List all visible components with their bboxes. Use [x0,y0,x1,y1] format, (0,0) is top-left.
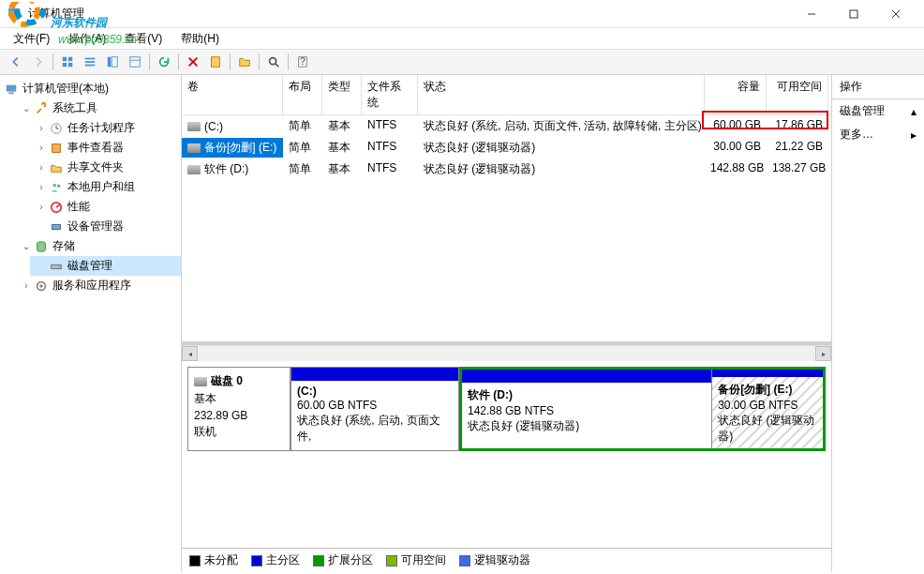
col-capacity[interactable]: 容量 [705,75,767,114]
horizontal-scrollbar[interactable]: ◂ ▸ [182,345,831,361]
partition-e[interactable]: 备份[勿删] (E:) 30.00 GB NTFS 状态良好 (逻辑驱动器) [712,370,823,448]
col-type[interactable]: 类型 [322,75,362,114]
expand-toggle[interactable]: › [34,160,49,175]
volume-capacity: 30.00 GB [705,138,767,158]
maximize-button[interactable] [832,0,874,27]
disk-row[interactable]: 磁盘 0 基本 232.89 GB 联机 (C:) 60.00 GB NTFS … [187,367,826,451]
scroll-track[interactable] [198,346,815,361]
legend-logical: 逻辑驱动器 [459,552,530,568]
scroll-right-button[interactable]: ▸ [815,346,831,361]
menu-action[interactable]: 操作(A) [63,29,112,49]
svg-rect-8 [63,57,67,61]
back-button[interactable] [6,52,26,72]
tool-refresh[interactable] [154,52,174,72]
volume-free: 21.22 GB [767,138,828,158]
collapse-toggle[interactable]: ⌄ [19,101,34,116]
actions-diskmgmt[interactable]: 磁盘管理▴ [832,99,924,123]
volume-fs: NTFS [362,159,418,179]
tool-delete[interactable] [183,52,203,72]
svg-rect-21 [212,57,220,68]
tree-root[interactable]: 计算机管理(本地) [0,79,181,98]
nav-tree[interactable]: 计算机管理(本地) ⌄ 系统工具 ›任务计划程序 ›事件查看器 ›共享文件夹 ›… [0,75,182,572]
tool-view4[interactable] [125,52,145,72]
volume-list-header: 卷 布局 类型 文件系统 状态 容量 可用空间 [182,75,831,115]
actions-more[interactable]: 更多…▸ [832,123,924,146]
col-status[interactable]: 状态 [418,75,705,114]
volume-row[interactable]: 软件 (D:)简单基本NTFS状态良好 (逻辑驱动器)142.88 GB138.… [182,159,831,180]
tree-local-users[interactable]: ›本地用户和组 [30,177,181,197]
tree-services[interactable]: ›服务和应用程序 [15,276,181,295]
menu-file[interactable]: 文件(F) [7,29,55,49]
volume-list[interactable]: 卷 布局 类型 文件系统 状态 容量 可用空间 (C:)简单基本NTFS状态良好… [182,75,831,345]
device-icon [49,219,64,234]
partition-status: 状态良好 (逻辑驱动器) [468,418,706,434]
expand-toggle[interactable]: › [34,141,49,156]
expand-toggle[interactable]: › [19,279,34,294]
scroll-left-button[interactable]: ◂ [182,346,198,361]
tree-system-tools[interactable]: ⌄ 系统工具 [15,98,181,118]
tree-task-scheduler[interactable]: ›任务计划程序 [30,118,181,138]
svg-rect-3 [11,17,16,19]
tree-device-manager[interactable]: ›设备管理器 [30,217,181,236]
volume-type: 基本 [322,138,362,158]
tool-properties[interactable] [205,52,226,72]
svg-point-39 [59,265,61,267]
volume-status: 状态良好 (逻辑驱动器) [418,159,705,179]
svg-rect-31 [52,144,61,152]
volume-layout: 简单 [283,159,322,179]
partition-size: 60.00 GB NTFS [297,399,453,412]
partition-title: 软件 (D:) [468,387,706,403]
window-controls [790,0,917,27]
disk-label: 磁盘 0 [211,373,243,389]
col-layout[interactable]: 布局 [283,75,322,114]
svg-line-23 [276,64,279,68]
tree-performance[interactable]: ›性能 [30,197,181,217]
tree-event-viewer[interactable]: ›事件查看器 [30,138,181,158]
svg-rect-14 [85,65,96,67]
svg-point-32 [53,183,57,187]
disk-type: 基本 [194,391,284,407]
svg-rect-16 [112,57,117,68]
collapse-toggle[interactable]: ⌄ [19,239,34,254]
volume-row[interactable]: (C:)简单基本NTFS状态良好 (系统, 启动, 页面文件, 活动, 故障转储… [182,115,831,137]
tool-view2[interactable] [80,52,100,72]
partition-d[interactable]: 软件 (D:) 142.88 GB NTFS 状态良好 (逻辑驱动器) [462,370,712,448]
expand-toggle[interactable]: › [34,121,49,136]
tool-find[interactable] [263,52,284,72]
disk-info[interactable]: 磁盘 0 基本 232.89 GB 联机 [187,367,291,451]
volume-row[interactable]: 备份[勿删] (E:)简单基本NTFS状态良好 (逻辑驱动器)30.00 GB2… [182,137,831,159]
svg-point-22 [270,58,276,65]
col-fs[interactable]: 文件系统 [362,75,418,114]
tool-view3[interactable] [102,52,123,72]
toolbar: ? [0,49,924,75]
tree-shared-folders[interactable]: ›共享文件夹 [30,158,181,177]
disk-graphic-panel[interactable]: 磁盘 0 基本 232.89 GB 联机 (C:) 60.00 GB NTFS … [182,361,831,548]
tree-storage[interactable]: ⌄ 存储 [15,236,181,256]
menu-help[interactable]: 帮助(H) [175,29,225,49]
actions-panel: 操作 磁盘管理▴ 更多…▸ [832,75,924,572]
tool-view1[interactable] [57,52,78,72]
volume-free: 17.86 GB [767,116,828,136]
col-volume[interactable]: 卷 [182,75,283,114]
expand-toggle[interactable]: › [34,200,49,215]
disk-size: 232.89 GB [194,409,284,422]
partition-c[interactable]: (C:) 60.00 GB NTFS 状态良好 (系统, 启动, 页面文件, [291,381,458,450]
svg-rect-5 [850,10,857,18]
tool-open[interactable] [234,52,255,72]
chevron-right-icon: ▸ [911,128,917,142]
partition-status: 状态良好 (系统, 启动, 页面文件, [297,413,453,445]
forward-button[interactable] [28,52,49,72]
minimize-button[interactable] [790,0,832,27]
menu-view[interactable]: 查看(V) [119,29,168,49]
svg-point-33 [57,184,61,188]
col-free[interactable]: 可用空间 [767,75,828,114]
tool-help[interactable]: ? [292,52,313,72]
volume-layout: 简单 [283,116,322,136]
svg-rect-27 [8,92,13,94]
volume-name: (C:) [204,120,223,133]
partition-title: 备份[勿删] (E:) [718,382,817,398]
expand-toggle[interactable]: › [34,180,49,195]
close-button[interactable] [874,0,917,27]
tree-disk-management[interactable]: ›磁盘管理 [30,256,181,276]
partition-header [462,370,711,383]
